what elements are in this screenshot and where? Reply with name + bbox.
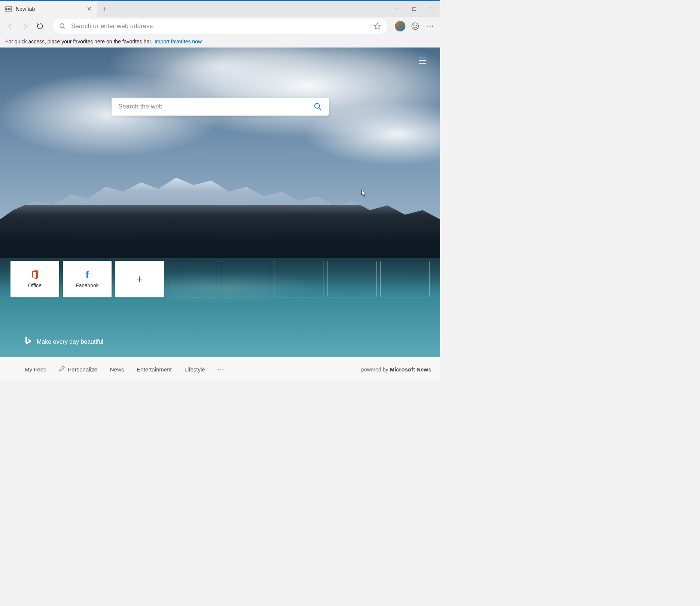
close-window-button[interactable] (423, 1, 440, 17)
svg-rect-4 (6, 9, 7, 10)
titlebar: New tab (0, 0, 440, 17)
svg-rect-3 (9, 8, 10, 9)
quick-links-row: Office f Facebook + (10, 261, 430, 297)
svg-point-11 (416, 25, 417, 26)
tile-label: Office (28, 282, 42, 288)
favorites-bar: For quick access, place your favorites h… (0, 36, 440, 48)
svg-point-18 (222, 369, 223, 370)
svg-rect-5 (8, 9, 9, 10)
minimize-button[interactable] (389, 1, 406, 17)
tab-title: New tab (16, 6, 82, 12)
import-favorites-link[interactable]: Import favorites now (155, 39, 202, 45)
browser-tab[interactable]: New tab (0, 1, 97, 17)
bing-tagline: Make every day beautiful (37, 339, 103, 345)
back-button[interactable] (4, 20, 16, 33)
nav-entertainment[interactable]: Entertainment (137, 366, 171, 373)
quick-link-placeholder[interactable] (327, 261, 377, 297)
svg-rect-2 (8, 8, 9, 9)
svg-point-9 (412, 23, 419, 30)
svg-point-8 (60, 24, 64, 28)
facebook-icon: f (86, 270, 89, 279)
svg-point-13 (430, 26, 431, 27)
tile-label: Facebook (76, 282, 98, 288)
favorite-icon[interactable] (374, 22, 381, 30)
news-feed-nav: My Feed Personalize News Entertainment L… (0, 357, 440, 381)
quick-link-placeholder[interactable] (221, 261, 270, 297)
nav-more-button[interactable] (218, 368, 224, 370)
quick-link-facebook[interactable]: f Facebook (63, 261, 112, 297)
address-bar[interactable] (53, 19, 387, 34)
svg-point-17 (220, 369, 221, 370)
nav-personalize[interactable]: Personalize (59, 366, 97, 373)
powered-by-label: powered by Microsoft News (361, 366, 431, 373)
new-tab-content: Office f Facebook + Make every day beaut… (0, 48, 440, 357)
tab-favicon (5, 6, 12, 12)
svg-point-14 (432, 26, 433, 27)
nav-my-feed[interactable]: My Feed (25, 366, 46, 373)
page-menu-button[interactable] (419, 57, 427, 65)
settings-menu-button[interactable] (424, 20, 436, 33)
svg-point-16 (218, 369, 219, 370)
svg-rect-1 (6, 8, 7, 9)
address-input[interactable] (71, 22, 368, 30)
web-search-input[interactable] (118, 103, 314, 110)
svg-rect-6 (9, 9, 10, 10)
web-search-button[interactable] (314, 102, 322, 111)
maximize-button[interactable] (406, 1, 423, 17)
search-icon (59, 23, 66, 30)
new-tab-button[interactable] (97, 1, 112, 17)
plus-icon: + (137, 274, 143, 284)
web-search-box[interactable] (112, 98, 329, 116)
svg-point-15 (315, 104, 320, 108)
refresh-button[interactable] (34, 20, 46, 33)
office-icon (31, 270, 39, 279)
pencil-icon (59, 366, 65, 373)
quick-link-placeholder[interactable] (380, 261, 430, 297)
feedback-icon[interactable] (409, 20, 421, 33)
favorites-hint: For quick access, place your favorites h… (5, 39, 152, 45)
profile-avatar[interactable] (394, 20, 407, 33)
nav-lifestyle[interactable]: Lifestyle (185, 366, 205, 373)
quick-link-office[interactable]: Office (10, 261, 59, 297)
svg-rect-7 (413, 7, 416, 10)
svg-point-12 (427, 26, 429, 27)
svg-point-10 (413, 25, 414, 26)
toolbar (0, 17, 440, 36)
quick-link-placeholder[interactable] (168, 261, 217, 297)
close-tab-button[interactable] (86, 6, 92, 12)
add-quick-link-button[interactable]: + (115, 261, 164, 297)
bing-attribution[interactable]: Make every day beautiful (25, 336, 103, 348)
bing-icon (25, 336, 31, 348)
quick-link-placeholder[interactable] (274, 261, 323, 297)
forward-button[interactable] (19, 20, 31, 33)
nav-news[interactable]: News (110, 366, 124, 373)
